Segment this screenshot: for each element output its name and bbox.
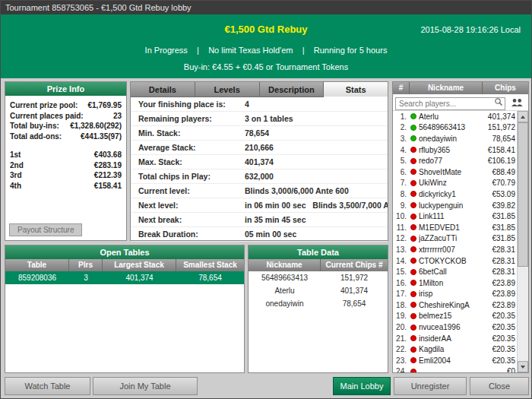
player-rank: 12. [393, 234, 408, 242]
stat-label: Total chips in Play: [131, 172, 245, 181]
player-row[interactable]: 23. Emli2004 €20.35 [393, 355, 517, 366]
player-row[interactable]: 1. Aterlu 401,374 [393, 111, 517, 122]
player-row[interactable]: 12. jaZZacuTTi €31.85 [393, 233, 517, 245]
player-nickname: Aterlu [419, 112, 480, 121]
player-nickname: CheshireKingA [419, 301, 480, 309]
player-nickname: redo77 [419, 157, 480, 165]
tab-item[interactable]: Description [260, 82, 325, 97]
watch-table-button[interactable]: Watch Table [5, 377, 90, 395]
player-row[interactable]: 5. redo77 €106.19 [393, 155, 517, 166]
details-tabbar: Details Levels Description Stats [131, 82, 388, 97]
window-titlebar: Tournament 858753065 - €1,500 Gtd Rebuy … [1, 1, 531, 14]
player-status-dot [410, 335, 416, 341]
table-data-rows: 56489663413 151,972 Aterlu 401,374 oneda… [249, 271, 388, 310]
player-rank: 14. [393, 257, 408, 265]
payout-list: 1st €403.68 2nd €283.19 3rd €212.39 [10, 150, 122, 191]
player-chips: €20.35 [480, 356, 517, 365]
prize-label: Current prize pool: [10, 100, 78, 111]
player-rank: 16. [393, 279, 408, 287]
player-row[interactable]: 10. Link111 €31.85 [393, 211, 517, 222]
stat-value: 210,666 [245, 143, 274, 152]
player-row[interactable]: 8. dickyricky1 €53.09 [393, 188, 517, 200]
stat-label: Current level: [131, 186, 245, 195]
open-table-row[interactable]: 859208036 3 401,374 78,654 [5, 271, 244, 284]
player-chips: €31.85 [480, 223, 517, 232]
stat-label: Average Stack: [131, 143, 245, 152]
player-chips: €23.89 [480, 301, 517, 309]
unregister-button[interactable]: Unregister [394, 377, 467, 395]
player-rank: 4. [393, 146, 408, 154]
player-chips: €31.85 [480, 234, 517, 242]
scrollbar-thumb[interactable] [518, 122, 528, 267]
close-button[interactable]: Close [470, 377, 529, 395]
player-row[interactable]: 6. ShoveItMate €88.49 [393, 166, 517, 178]
col-plrs: Plrs [69, 259, 103, 271]
player-row[interactable]: 7. UkiWinz €70.79 [393, 178, 517, 189]
player-nickname: 6betCall [419, 268, 480, 276]
payout-row: 4th €158.41 [10, 181, 122, 192]
player-row[interactable]: 22. Kagdila €20.35 [393, 344, 517, 355]
player-row[interactable]: 24. €0 [393, 366, 517, 372]
player-row[interactable]: 15. 6betCall €28.31 [393, 266, 517, 277]
tab-item[interactable]: Stats [324, 82, 388, 97]
player-nickname: 1Milton [419, 279, 480, 287]
player-row[interactable]: 17. irisp €23.89 [393, 289, 517, 300]
payout-structure-button[interactable]: Payout Structure [9, 223, 82, 236]
stat-value: in 06 min 00 sec Blinds 3,500/7,000 Ante… [245, 201, 388, 210]
player-status-dot [410, 313, 416, 319]
player-row[interactable]: 21. insiderAA €20.35 [393, 333, 517, 344]
stat-label: Next break: [131, 215, 245, 224]
player-row[interactable]: 19. belmez15 €20.35 [393, 311, 517, 322]
table-data-row: Aterlu 401,374 [249, 284, 388, 297]
player-rank: 13. [393, 245, 408, 254]
stat-value: 401,374 [245, 157, 274, 166]
player-row[interactable]: 13. xtrrrrrrr007 €28.31 [393, 244, 517, 255]
players-icon[interactable] [508, 96, 526, 109]
player-row[interactable]: 14. CTOKYCKOB €28.31 [393, 255, 517, 267]
search-input[interactable] [395, 97, 505, 110]
player-row[interactable]: 11. M1EDVED1 €31.85 [393, 222, 517, 233]
player-row[interactable]: 9. luckypenguin €39.82 [393, 200, 517, 211]
buyin-line: Buy-in: €4.55 + €0.45 or Tournament Toke… [1, 62, 531, 71]
prize-summary-row: Total buy-ins: €1,328.60(292) [10, 121, 122, 131]
tab-item[interactable]: Levels [195, 82, 260, 97]
join-my-table-button[interactable]: Join My Table [93, 377, 198, 395]
players-scrollbar[interactable] [517, 111, 528, 372]
players-column-header: # Nickname Chips [393, 82, 528, 94]
local-datetime: 2015-08-28 19:16:26 Local [421, 25, 521, 34]
col-smallest-stack: Smallest Stack [176, 259, 244, 271]
open-table-smallest: 78,654 [176, 271, 244, 284]
player-row[interactable]: 2. 56489663413 151,972 [393, 122, 517, 134]
player-chips: €28.31 [480, 268, 517, 276]
payout-amount: €283.19 [94, 160, 122, 171]
player-row[interactable]: 20. nvucea1996 €20.35 [393, 321, 517, 333]
player-status-dot [410, 191, 416, 197]
payout-place: 4th [10, 181, 21, 192]
prize-value: 23 [113, 111, 122, 122]
player-rank: 1. [393, 112, 408, 121]
tab-item[interactable]: Details [131, 82, 195, 97]
stat-row: Average Stack: 210,666 [131, 141, 388, 155]
player-row[interactable]: 16. 1Milton €23.89 [393, 277, 517, 289]
player-chips: 401,374 [480, 112, 517, 121]
player-row[interactable]: 18. CheshireKingA €23.89 [393, 299, 517, 311]
player-row[interactable]: 4. rfluby365 €158.41 [393, 144, 517, 156]
scroll-down-icon[interactable] [518, 361, 528, 372]
player-row[interactable]: 3. onedayiwin 78,654 [393, 133, 517, 144]
player-rank: 6. [393, 168, 408, 176]
player-rank: 7. [393, 179, 408, 187]
player-chips: €20.35 [480, 323, 517, 331]
stat-value: 05 min 00 sec [245, 230, 296, 239]
player-nickname: xtrrrrrrr007 [419, 245, 480, 254]
stat-value: 3 on 1 tables [245, 114, 293, 123]
col-largest-stack: Largest Stack [103, 259, 176, 271]
player-status-dot [410, 357, 416, 363]
player-nickname: UkiWinz [419, 179, 480, 187]
scroll-up-icon[interactable] [518, 111, 528, 122]
stat-label: Your finishing place is: [131, 100, 245, 109]
player-nickname: 56489663413 [419, 123, 480, 131]
main-lobby-button[interactable]: Main Lobby [333, 377, 391, 395]
table-data-row: 56489663413 151,972 [249, 271, 388, 284]
stat-row: Total chips in Play: 632,000 [131, 169, 388, 184]
player-rank: 9. [393, 201, 408, 210]
